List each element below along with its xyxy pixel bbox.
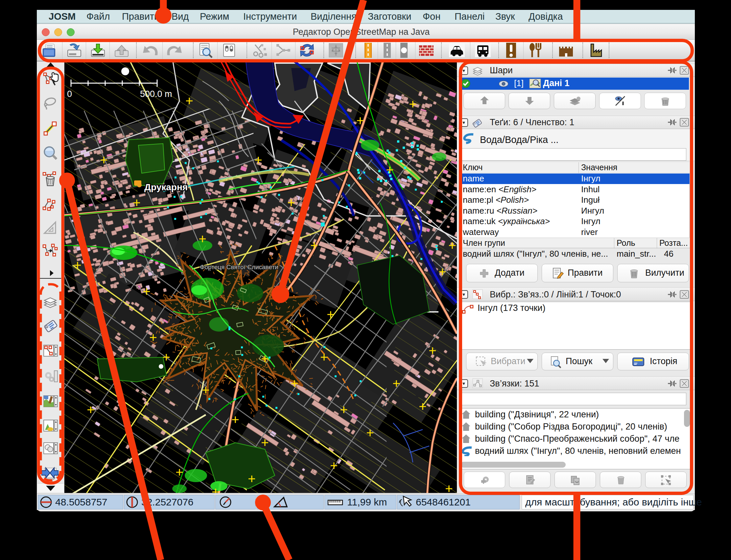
svg-text:0: 0 — [67, 89, 72, 99]
svg-text:Друкарня: Друкарня — [144, 182, 188, 192]
svg-text:Фортеця Святої Єлисавети: Фортеця Святої Єлисавети — [200, 264, 278, 270]
svg-text:500.0 m: 500.0 m — [140, 89, 172, 99]
